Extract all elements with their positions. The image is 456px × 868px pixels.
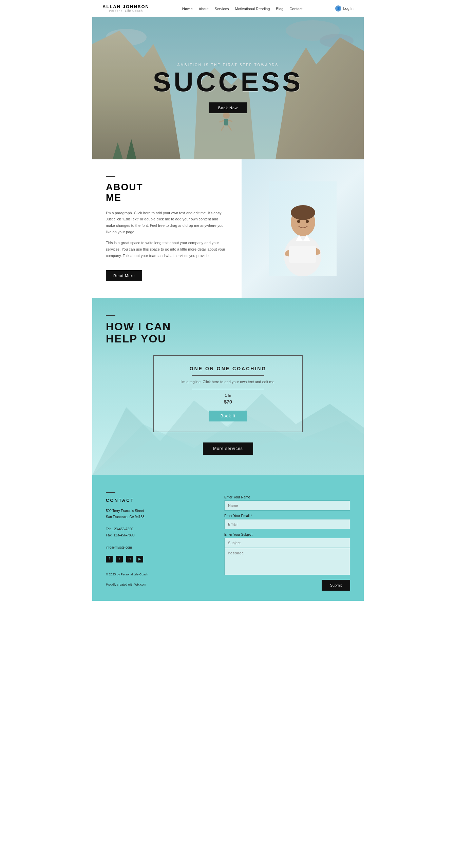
nav-motivational[interactable]: Motivational Reading xyxy=(235,7,270,11)
facebook-icon[interactable]: f xyxy=(106,556,113,563)
phone-number: Tel: 123-456-7890 xyxy=(106,526,211,532)
hero-subtitle: AMBITION IS THE FIRST STEP TOWARDS xyxy=(153,63,303,67)
copyright-text: © 2023 by Personal Life Coach xyxy=(106,573,211,576)
nav-blog[interactable]: Blog xyxy=(276,7,283,11)
about-image-column xyxy=(242,159,364,298)
instagram-icon[interactable]: □ xyxy=(126,556,133,563)
social-links: f t □ ▶ xyxy=(106,556,211,563)
card-divider xyxy=(192,375,264,376)
about-section: ABOUT ME I'm a paragraph. Click here to … xyxy=(92,159,364,298)
book-it-button[interactable]: Book It xyxy=(209,411,247,421)
about-para-1: I'm a paragraph. Click here to add your … xyxy=(106,210,228,235)
nav-home[interactable]: Home xyxy=(182,7,193,11)
nav-contact[interactable]: Contact xyxy=(289,7,302,11)
youtube-icon[interactable]: ▶ xyxy=(136,556,143,563)
book-now-button[interactable]: Book Now xyxy=(209,102,247,113)
svg-rect-19 xyxy=(289,246,316,263)
about-heading: ABOUT ME xyxy=(106,182,228,203)
section-divider xyxy=(106,176,115,177)
login-button[interactable]: 👤 Log In xyxy=(335,5,354,12)
svg-point-22 xyxy=(291,205,315,220)
brand-name: ALLAN JOHNSON xyxy=(102,4,149,9)
name-label: Enter Your Name xyxy=(224,495,350,499)
user-icon: 👤 xyxy=(335,5,341,12)
login-label: Log In xyxy=(343,6,354,11)
help-section-divider xyxy=(106,315,115,316)
contact-label: CONTACT xyxy=(106,498,211,503)
footer-contact-info: CONTACT 500 Terry Francois Street San Fr… xyxy=(106,492,211,591)
coaching-card: ONE ON ONE COACHING I'm a tagline. Click… xyxy=(153,355,303,432)
submit-button[interactable]: Submit xyxy=(322,580,350,591)
twitter-icon[interactable]: t xyxy=(116,556,123,563)
help-heading: HOW I CAN HELP YOU xyxy=(106,321,350,344)
about-para-2: This is a great space to write long text… xyxy=(106,240,228,259)
name-input[interactable] xyxy=(224,500,350,511)
more-services-button[interactable]: More services xyxy=(203,442,253,455)
email-input[interactable] xyxy=(224,519,350,529)
footer-divider xyxy=(106,492,115,493)
card-price: $70 xyxy=(168,399,288,405)
hero-title: SUCCESS xyxy=(153,68,303,96)
contact-form: Enter Your Name Enter Your Email * Enter… xyxy=(224,492,350,591)
footer-section: CONTACT 500 Terry Francois Street San Fr… xyxy=(92,475,364,601)
email-address: info@mysite.com xyxy=(106,545,211,551)
svg-point-24 xyxy=(306,220,309,223)
brand: ALLAN JOHNSON Personal Life Coach xyxy=(102,4,149,13)
card-title: ONE ON ONE COACHING xyxy=(168,366,288,371)
card-duration: 1 hr xyxy=(168,393,288,397)
read-more-button[interactable]: Read More xyxy=(106,270,142,281)
subject-label: Enter Your Subject xyxy=(224,533,350,536)
hero-section: AMBITION IS THE FIRST STEP TOWARDS SUCCE… xyxy=(92,17,364,159)
message-input[interactable] xyxy=(224,548,350,575)
address-line1: 500 Terry Francois Street xyxy=(106,508,211,514)
email-label: Enter Your Email * xyxy=(224,514,350,518)
hero-content: AMBITION IS THE FIRST STEP TOWARDS SUCCE… xyxy=(153,63,303,113)
address-line2: San Francisco, CA 94158 xyxy=(106,514,211,520)
card-tagline: I'm a tagline. Click here to add your ow… xyxy=(168,380,288,384)
fax-number: Fax: 123-456-7890 xyxy=(106,532,211,538)
nav-about[interactable]: About xyxy=(199,7,209,11)
nav-services[interactable]: Services xyxy=(214,7,229,11)
about-text-column: ABOUT ME I'm a paragraph. Click here to … xyxy=(92,159,242,298)
navbar: ALLAN JOHNSON Personal Life Coach Home A… xyxy=(92,0,364,17)
card-divider-2 xyxy=(192,389,264,389)
help-section: HOW I CAN HELP YOU ONE ON ONE COACHING I… xyxy=(92,298,364,475)
powered-by-text: Proudly created with Wix.com xyxy=(106,583,211,586)
subject-input[interactable] xyxy=(224,538,350,548)
person-illustration xyxy=(269,181,337,276)
nav-links: Home About Services Motivational Reading… xyxy=(182,5,302,12)
brand-subtitle: Personal Life Coach xyxy=(102,9,149,13)
svg-point-23 xyxy=(297,220,300,223)
